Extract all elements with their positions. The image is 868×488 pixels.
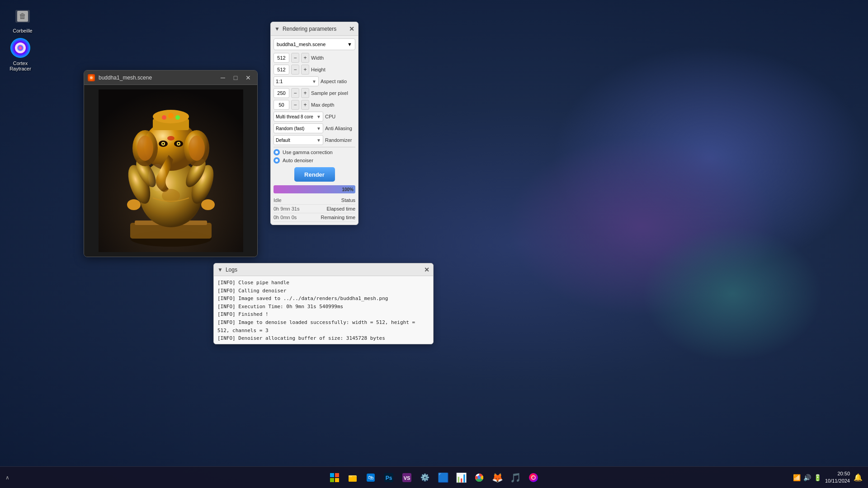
status-remaining-row: 0h 0mn 0s Remaining time: [274, 213, 355, 222]
vs-button[interactable]: VS: [399, 469, 415, 486]
height-row: 512 − + Height: [274, 65, 355, 75]
width-plus-button[interactable]: +: [301, 53, 309, 63]
svg-point-14: [127, 199, 141, 210]
svg-text:🗑: 🗑: [19, 12, 26, 20]
status-table: Idle Status 0h 9mn 31s Elapsed time 0h 0…: [274, 196, 355, 222]
file-explorer-button[interactable]: [344, 469, 361, 486]
max-depth-input[interactable]: 50: [274, 100, 289, 110]
antialiasing-value: Random (fast): [276, 126, 304, 131]
width-minus-button[interactable]: −: [291, 53, 299, 63]
network-icon: 📶: [793, 474, 801, 481]
store-button[interactable]: 🛍: [363, 469, 379, 486]
svg-point-16: [201, 199, 215, 210]
svg-rect-42: [335, 478, 339, 482]
gamma-label: Use gamma correction: [283, 150, 333, 155]
thread-value: Multi thread 8 core: [276, 114, 313, 119]
denoiser-radio[interactable]: [274, 157, 280, 164]
chrome-button[interactable]: [471, 469, 487, 486]
scene-dropdown-arrow: ▼: [347, 42, 352, 47]
height-input[interactable]: 512: [274, 65, 289, 75]
minimize-button[interactable]: ─: [217, 72, 228, 83]
max-depth-plus-button[interactable]: +: [301, 100, 309, 110]
chart-button[interactable]: 📊: [453, 469, 469, 486]
render-button-container: Render: [274, 167, 355, 182]
svg-point-24: [168, 113, 174, 118]
height-plus-button[interactable]: +: [301, 65, 309, 75]
notification-icon[interactable]: 🔔: [854, 473, 863, 482]
render-body: buddha1_mesh.scene ▼ 512 − + Width 512 −…: [271, 36, 358, 225]
randomizer-select[interactable]: Default ▼: [274, 135, 323, 145]
sys-tray-icons: 📶 🔊 🔋: [793, 474, 821, 481]
thread-select[interactable]: Multi thread 8 core ▼: [274, 112, 323, 122]
render-button[interactable]: Render: [294, 167, 335, 182]
maximize-button[interactable]: □: [230, 72, 241, 83]
collapse-button[interactable]: ▼: [274, 26, 280, 32]
max-depth-minus-button[interactable]: −: [291, 100, 299, 110]
aspect-ratio-select[interactable]: 1:1 ▼: [274, 76, 319, 86]
gamma-radio[interactable]: [274, 149, 280, 155]
width-label: Width: [311, 55, 355, 61]
sample-minus-button[interactable]: −: [291, 88, 299, 98]
render-panel-title: Rendering parameters: [283, 26, 346, 32]
expand-icon[interactable]: ∧: [5, 474, 9, 481]
render-titlebar: ▼ Rendering parameters ✕: [271, 22, 358, 36]
width-input[interactable]: 512: [274, 53, 289, 63]
status-elapsed-val: Elapsed time: [326, 206, 355, 211]
logs-window: ▼ Logs ✕ [INFO] Close pipe handle[INFO] …: [213, 263, 434, 344]
svg-point-29: [189, 136, 205, 161]
height-minus-button[interactable]: −: [291, 65, 299, 75]
progress-bar-container: 100%: [274, 185, 355, 193]
clock-date: 10/11/2024: [825, 478, 850, 484]
preview-titlebar: buddha1_mesh.scene ─ □ ✕: [84, 70, 257, 85]
preview-title: buddha1_mesh.scene: [99, 75, 214, 81]
antialiasing-row: Random (fast) ▼ Anti Aliasing: [274, 123, 355, 133]
antialiasing-label: Anti Aliasing: [325, 126, 355, 131]
close-preview-button[interactable]: ✕: [243, 72, 254, 83]
taskbar-sys-tray-left: ∧: [5, 474, 9, 481]
denoiser-row: Auto denoiser: [274, 157, 355, 164]
svg-point-7: [90, 76, 93, 79]
logs-collapse-icon[interactable]: ▼: [217, 267, 223, 273]
aspect-ratio-value: 1:1: [276, 79, 283, 84]
taskbar-left: ∧: [5, 474, 9, 481]
sample-plus-button[interactable]: +: [301, 88, 309, 98]
logs-titlebar: ▼ Logs ✕: [214, 263, 433, 276]
render-panel: ▼ Rendering parameters ✕ buddha1_mesh.sc…: [270, 22, 359, 225]
preview-window: buddha1_mesh.scene ─ □ ✕: [84, 70, 258, 257]
firefox-button[interactable]: 🦊: [489, 469, 505, 486]
sample-row: 250 − + Sample per pixel: [274, 88, 355, 98]
blue-app-button[interactable]: 🟦: [435, 469, 451, 486]
thread-arrow: ▼: [316, 114, 321, 119]
svg-text:🛍: 🛍: [368, 474, 373, 481]
svg-point-25: [175, 115, 180, 120]
photoshop-button[interactable]: Ps: [381, 469, 397, 486]
start-button[interactable]: [326, 469, 343, 486]
desktop-icon-cortex[interactable]: Cortex Raytracer: [2, 37, 38, 71]
logs-close-button[interactable]: ✕: [424, 266, 429, 273]
aspect-ratio-arrow: ▼: [312, 79, 316, 84]
log-line: [INFO] Finished !: [217, 310, 429, 319]
svg-point-59: [532, 476, 535, 479]
taskbar-time: 20:50 10/11/2024: [825, 470, 850, 484]
logs-body[interactable]: [INFO] Close pipe handle[INFO] Calling d…: [214, 276, 433, 344]
settings-button[interactable]: ⚙️: [417, 469, 433, 486]
close-render-panel-button[interactable]: ✕: [349, 25, 354, 33]
svg-text:Ps: Ps: [386, 475, 392, 481]
media-button[interactable]: 🎵: [507, 469, 524, 486]
denoiser-radio-inner: [275, 159, 278, 162]
sample-label: Sample per pixel: [311, 90, 355, 96]
svg-rect-41: [330, 478, 334, 482]
status-remaining-val: Remaining time: [321, 215, 355, 220]
randomizer-row: Default ▼ Randomizer: [274, 135, 355, 145]
status-state-row: Idle Status: [274, 196, 355, 205]
antialiasing-select[interactable]: Random (fast) ▼: [274, 123, 323, 133]
desktop-icon-recycle[interactable]: 🗑 Corbeille: [5, 5, 41, 33]
volume-icon: 🔊: [803, 474, 811, 481]
desktop: 🗑 Corbeille Cortex Raytracer: [0, 0, 868, 488]
sample-input[interactable]: 250: [274, 88, 289, 98]
svg-point-35: [178, 143, 179, 145]
scene-select[interactable]: buddha1_mesh.scene ▼: [274, 38, 355, 50]
cortex-taskbar-button[interactable]: [525, 469, 542, 486]
recycle-icon: 🗑: [12, 5, 33, 26]
preview-content: [84, 85, 257, 257]
